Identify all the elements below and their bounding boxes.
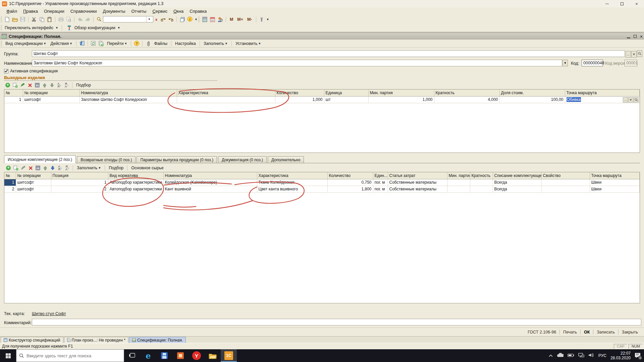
copy-row-icon[interactable] — [11, 82, 19, 88]
route-open-icon[interactable] — [634, 97, 639, 103]
tab-output-params[interactable]: Параметры выпуска продукции (0 поз.) — [137, 156, 217, 163]
cell-nomenclature[interactable]: Заготовки Шитво Софт Коледоскоп — [79, 96, 177, 103]
gost-button[interactable]: ГОСТ 2.106-96 — [524, 329, 559, 335]
minimize-button[interactable] — [600, 0, 614, 7]
write-button[interactable]: Записать — [593, 329, 618, 335]
yandex-browser-icon[interactable]: Y — [189, 349, 205, 362]
maximize-button[interactable] — [614, 0, 629, 7]
combo-dropdown-icon[interactable]: ▼ — [146, 16, 152, 22]
comment-field[interactable] — [32, 319, 641, 325]
cell-writeoff[interactable]: Всегда — [493, 179, 541, 186]
memory-recall-button[interactable]: M — [228, 17, 235, 22]
windows-icon[interactable] — [178, 16, 186, 23]
paperclip-icon[interactable] — [144, 40, 152, 47]
new-document-icon[interactable] — [3, 16, 11, 23]
config-overview-icon[interactable] — [65, 24, 73, 32]
forward-icon[interactable] — [84, 16, 92, 23]
cell-multiplicity[interactable]: 4,000 — [434, 96, 499, 103]
calendar-icon[interactable]: 31 — [209, 16, 216, 23]
service-wrench-icon[interactable] — [258, 16, 266, 23]
move-down-icon[interactable] — [48, 82, 56, 88]
add-row-icon[interactable]: + — [5, 165, 12, 171]
end-edit-icon[interactable]: ок — [34, 165, 42, 171]
tab-components[interactable]: Исходные комплектующие (2 поз.) — [4, 155, 76, 163]
toolbar-grip[interactable] — [1, 25, 2, 31]
cell-num[interactable]: 1 — [4, 96, 23, 103]
memory-subtract-button[interactable]: M- — [245, 17, 254, 22]
cell-position[interactable]: 2 — [51, 186, 108, 192]
cell-cost-share[interactable]: 100,00 — [499, 96, 565, 103]
app-orange-icon[interactable] — [172, 349, 189, 362]
taskbar-search-input[interactable] — [26, 353, 114, 358]
main-raw-button[interactable]: Основное сырье — [129, 165, 165, 171]
volume-icon[interactable] — [588, 353, 594, 358]
add-row-icon[interactable]: + — [4, 82, 11, 88]
move-up-icon[interactable] — [41, 82, 48, 88]
menu-operations[interactable]: Операции — [41, 8, 67, 14]
group-open-icon[interactable] — [637, 50, 642, 57]
service-dropdown-icon[interactable]: ▼ — [266, 18, 269, 21]
toolbar-grip[interactable] — [1, 41, 2, 46]
tray-expand-icon[interactable] — [549, 353, 553, 358]
onedrive-icon[interactable] — [557, 353, 564, 358]
set-button[interactable]: Установить▼ — [233, 41, 263, 47]
taskbar-search[interactable] — [16, 349, 124, 362]
calculator-icon[interactable] — [201, 16, 209, 23]
find-prev-icon[interactable] — [167, 16, 175, 23]
config-overview-dropdown-icon[interactable]: ▼ — [117, 26, 120, 29]
edit-row-icon[interactable] — [19, 82, 26, 88]
cell-writeoff[interactable]: Всегда — [493, 186, 541, 192]
paste-icon[interactable] — [46, 16, 53, 23]
back-icon[interactable] — [76, 16, 84, 23]
close-button[interactable]: × — [629, 0, 644, 7]
sort-asc-icon[interactable]: АЯ↓ — [56, 165, 64, 171]
cell-quantity[interactable]: 0,750 — [327, 179, 373, 186]
close-form-button[interactable]: Закрыть — [619, 329, 641, 335]
move-up-icon[interactable] — [42, 165, 49, 171]
components-fill-button[interactable]: Заполнить▼ — [75, 165, 103, 171]
ok-button[interactable]: ОК — [581, 329, 593, 335]
user-lock-icon[interactable] — [216, 16, 224, 23]
notification-center-icon[interactable]: 1 — [635, 353, 641, 359]
name-field[interactable]: Заготовки Шитво Софт Коледоскоп — [32, 60, 562, 66]
cell-cost-item[interactable]: Собственные материалы — [388, 179, 447, 186]
cell-characteristic[interactable] — [177, 96, 275, 103]
mdi-tab-specification[interactable]: Спецификации: Полная. — [129, 337, 186, 343]
cell-unit[interactable]: шт — [324, 96, 368, 103]
cell-operation[interactable]: шитсофт — [23, 96, 79, 103]
cell-nomenclature[interactable]: Колейдоскоп (Kaleidoscope) — [163, 179, 257, 186]
cell-operation[interactable]: шитсофт — [16, 179, 51, 186]
clear-search-icon[interactable]: x — [153, 17, 159, 21]
edge-icon[interactable]: e — [140, 349, 156, 362]
group-select-icon[interactable]: … — [626, 51, 631, 58]
cell-num[interactable]: 2 — [4, 186, 16, 192]
config-overview-button[interactable]: Обзор конфигурации — [73, 25, 117, 30]
cell-route-point[interactable]: Швеи — [590, 179, 640, 186]
cell-nomenclature[interactable]: Кант вшивной — [163, 186, 257, 192]
cell-min-batch[interactable] — [447, 179, 470, 186]
cell-quantity[interactable]: 1,800 — [327, 186, 373, 192]
menu-service[interactable]: Сервис — [149, 8, 170, 14]
copy-new-icon[interactable] — [97, 40, 105, 47]
search-combobox[interactable]: ▼ — [103, 16, 153, 22]
cell-norm-type[interactable]: Автоподбор характеристики — [108, 179, 163, 186]
info-dropdown-icon[interactable]: ▼ — [195, 18, 198, 21]
memory-add-button[interactable]: M+ — [235, 17, 245, 22]
cell-num[interactable]: 1 — [4, 179, 16, 186]
cell-quantity[interactable]: 1,000 — [275, 96, 324, 103]
menu-reports[interactable]: Отчеты — [128, 8, 149, 14]
delete-row-icon[interactable] — [27, 165, 34, 171]
refresh-icon[interactable] — [90, 40, 97, 47]
edit-row-icon[interactable] — [19, 165, 27, 171]
search-input[interactable] — [103, 17, 146, 22]
cell-unit[interactable]: пог. м — [373, 179, 388, 186]
route-clear-icon[interactable]: ✕ — [628, 97, 633, 103]
cut-icon[interactable] — [30, 16, 38, 23]
mdi-close-button[interactable]: × — [640, 34, 643, 39]
file-explorer-icon[interactable] — [205, 349, 221, 362]
help-icon[interactable]: ? — [133, 40, 141, 47]
toolbar-grip[interactable] — [1, 17, 2, 22]
print-button[interactable]: Печать — [560, 329, 580, 335]
start-button[interactable] — [0, 349, 16, 362]
files-button[interactable]: Файлы — [152, 41, 169, 47]
